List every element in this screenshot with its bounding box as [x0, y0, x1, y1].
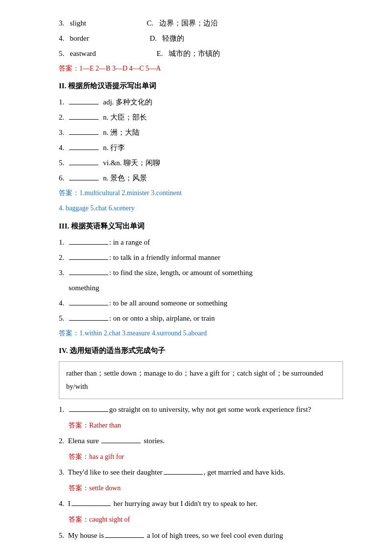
answer-4-4: 答案：caught sight of: [69, 513, 343, 526]
answer-4-2: 答案：has a gift for: [69, 451, 343, 463]
section4-header: IV. 选用短语的适当形式完成句子: [59, 344, 343, 357]
section4-item-2: 2. Elena sure stories.: [59, 434, 343, 448]
section2-item-4: 4. n. 行李: [59, 141, 343, 154]
section2-item-6: 6. n. 景色；风景: [59, 172, 343, 185]
answer-section3: 答案：1.within 2.chat 3.measure 4.surround …: [59, 327, 343, 339]
col-meaning: 轻微的: [162, 34, 184, 42]
item-word: border: [70, 34, 89, 42]
section2-item-2: 2. n. 大臣；部长: [59, 111, 343, 124]
section3-item-1: 1. : in a range of: [59, 236, 343, 249]
col-letter: D.: [149, 32, 157, 45]
section2-item-1: 1. adj. 多种文化的: [59, 96, 343, 109]
section4-item-1: 1. go straight on to university, why not…: [59, 403, 343, 416]
phrase-box: rather than；settle down；manage to do；hav…: [59, 361, 343, 399]
section4-item-3: 3. They'd like to see their daughter, ge…: [59, 466, 343, 479]
item-word: eastward: [70, 50, 96, 57]
item-num: 3.: [59, 19, 64, 27]
col-letter: C.: [147, 17, 154, 30]
vocab-item-4: 4. border D. 轻微的: [59, 32, 343, 45]
vocab-item-3: 3. slight C. 边界；国界；边沿: [59, 17, 343, 30]
section2-header: II. 根据所给汉语提示写出单词: [59, 79, 343, 93]
answer-section2a: 答案：1.multicultural 2.minister 3.continen…: [59, 187, 343, 199]
col-letter: E.: [157, 47, 163, 60]
section3-item-3-cont: something: [69, 281, 343, 295]
section3-item-4: 4. : to be all around someone or somethi…: [59, 297, 343, 310]
answer-section2b: 4. baggage 5.chat 6.scenery: [59, 202, 343, 214]
answer-4-1: 答案：Rather than: [69, 419, 343, 431]
vocab-item-5: 5. eastward E. 城市的；市镇的: [59, 47, 343, 60]
col-meaning: 边界；国界；边沿: [159, 19, 218, 27]
section2-item-5: 5. vi.&n. 聊天；闲聊: [59, 156, 343, 170]
col-meaning: 城市的；市镇的: [169, 50, 220, 57]
section2-item-3: 3. n. 洲；大陆: [59, 126, 343, 139]
item-num: 4.: [59, 34, 64, 42]
section3-item-5: 5. : on or onto a ship, airplane, or tra…: [59, 312, 343, 325]
answer-4-3: 答案：settle down: [69, 482, 343, 494]
section3-item-2: 2. : to talk in a friendly informal mann…: [59, 251, 343, 264]
section4-item-4: 4. I her hurrying away but I didn't try …: [59, 497, 343, 510]
item-num: 5.: [59, 50, 64, 57]
answer-section1: 答案：1—E 2—B 3—D 4—C 5—A: [59, 62, 343, 75]
section3-item-3: 3. : to find the size, length, or amount…: [59, 266, 343, 279]
section4-item-5: 5. My house is a lot of high trees, so w…: [59, 529, 343, 542]
section3-header: III. 根据英语释义写出单词: [59, 220, 343, 233]
item-word: slight: [70, 19, 86, 27]
